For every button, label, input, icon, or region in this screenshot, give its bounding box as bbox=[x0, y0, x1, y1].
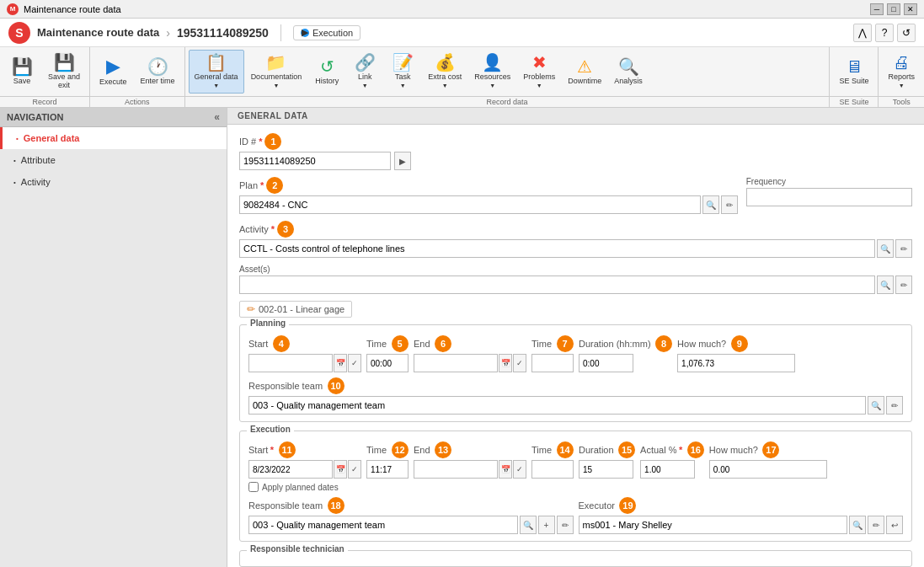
execution-resp-search-button[interactable]: 🔍 bbox=[520, 516, 537, 534]
planning-end-input[interactable] bbox=[414, 354, 498, 372]
asset-badge[interactable]: ✏ 002-01 - Linear gage bbox=[239, 301, 352, 318]
save-exit-button[interactable]: 💾 Save andexit bbox=[42, 50, 86, 94]
required-indicator: * bbox=[260, 180, 264, 190]
planning-howmuch-label: How much? 9 bbox=[677, 335, 795, 352]
activity-search-button[interactable]: 🔍 bbox=[877, 239, 894, 258]
minimize-button[interactable]: ─ bbox=[870, 3, 884, 15]
execution-time-input[interactable] bbox=[366, 460, 409, 479]
downtime-button[interactable]: ⚠ Downtime bbox=[562, 54, 607, 89]
assets-search-button[interactable]: 🔍 bbox=[877, 275, 894, 294]
breadcrumb-separator: › bbox=[166, 26, 170, 40]
general-data-label: General data▼ bbox=[195, 72, 238, 89]
execute-button[interactable]: ▶ Execute bbox=[93, 53, 133, 90]
plan-search-button[interactable]: 🔍 bbox=[702, 195, 719, 214]
execution-end-clear-button[interactable]: ✓ bbox=[513, 460, 526, 479]
circle-14: 14 bbox=[557, 441, 574, 458]
associations-button[interactable]: 🖥 SE Suite bbox=[833, 54, 874, 89]
plan-input[interactable] bbox=[239, 195, 701, 214]
enter-time-icon: 🕐 bbox=[147, 58, 168, 75]
execution-time-end-input[interactable] bbox=[531, 460, 574, 479]
apply-planned-row: Apply planned dates bbox=[248, 482, 903, 492]
id-navigate-button[interactable]: ▶ bbox=[394, 152, 411, 170]
general-data-icon: 📋 bbox=[206, 54, 227, 71]
extra-cost-button[interactable]: 💰 Extra cost▼ bbox=[422, 50, 467, 94]
execution-actual-pct-input[interactable] bbox=[640, 460, 695, 479]
task-label: Task▼ bbox=[395, 72, 411, 89]
general-data-button[interactable]: 📋 General data▼ bbox=[189, 50, 244, 94]
circle-2: 2 bbox=[266, 177, 283, 194]
circle-8: 8 bbox=[655, 335, 672, 352]
resources-button[interactable]: 👤 Resources▼ bbox=[468, 50, 516, 94]
planning-end-calendar-button[interactable]: 📅 bbox=[499, 354, 512, 372]
header-actions: ⋀ ? ↺ bbox=[853, 24, 916, 42]
sidebar-item-general-data[interactable]: • General data bbox=[0, 127, 227, 149]
execution-end-input[interactable] bbox=[414, 460, 498, 479]
help-button[interactable]: ? bbox=[875, 24, 894, 42]
header-bar: S Maintenance route data › 1953111408925… bbox=[0, 19, 924, 47]
close-button[interactable]: ✕ bbox=[904, 3, 917, 15]
planning-duration-input[interactable] bbox=[579, 354, 633, 372]
activity-input[interactable] bbox=[239, 239, 875, 258]
planning-start-calendar-button[interactable]: 📅 bbox=[334, 354, 347, 372]
planning-time-start-input[interactable] bbox=[366, 354, 409, 372]
planning-time-end-input[interactable] bbox=[531, 354, 574, 372]
analysis-button[interactable]: 🔍 Analysis bbox=[608, 54, 649, 89]
app-icon: M bbox=[7, 3, 19, 15]
enter-time-button[interactable]: 🕐 Enter time bbox=[135, 54, 181, 89]
planning-start-clear-button[interactable]: ✓ bbox=[348, 354, 361, 372]
execution-resp-add-button[interactable]: + bbox=[538, 516, 555, 534]
id-input[interactable] bbox=[239, 152, 391, 170]
execution-resp-edit-button[interactable]: ✏ bbox=[557, 516, 574, 534]
circle-11: 11 bbox=[279, 441, 296, 458]
activity-edit-button[interactable]: ✏ bbox=[895, 239, 912, 258]
execution-end-calendar-button[interactable]: 📅 bbox=[499, 460, 512, 479]
assets-input[interactable] bbox=[239, 275, 875, 294]
execution-start-input[interactable] bbox=[248, 460, 333, 479]
collapse-button[interactable]: ⋀ bbox=[853, 24, 872, 42]
maximize-button[interactable]: □ bbox=[887, 3, 900, 15]
plan-edit-button[interactable]: ✏ bbox=[721, 195, 738, 214]
history-button[interactable]: ↺ History bbox=[308, 54, 345, 89]
save-button[interactable]: 💾 Save bbox=[3, 54, 40, 89]
execution-start-clear-button[interactable]: ✓ bbox=[348, 460, 361, 479]
planning-title: Planning bbox=[247, 318, 289, 328]
executor-clear-button[interactable]: ↩ bbox=[886, 516, 903, 534]
executor-input[interactable] bbox=[579, 516, 848, 534]
planning-resp-team-input[interactable] bbox=[248, 396, 866, 415]
planning-resp-search-button[interactable]: 🔍 bbox=[868, 396, 884, 415]
execution-end-input-group: 📅 ✓ bbox=[414, 460, 526, 479]
assets-edit-button[interactable]: ✏ bbox=[895, 275, 912, 294]
planning-howmuch-input[interactable] bbox=[677, 354, 795, 372]
planning-resp-edit-button[interactable]: ✏ bbox=[886, 396, 903, 415]
sidebar-item-activity[interactable]: • Activity bbox=[0, 171, 227, 193]
execution-button[interactable]: ▶ Execution bbox=[293, 25, 361, 40]
execution-howmuch-input[interactable] bbox=[709, 460, 827, 479]
executor-edit-button[interactable]: ✏ bbox=[868, 516, 884, 534]
execution-duration-input[interactable] bbox=[579, 460, 633, 479]
sidebar-collapse-button[interactable]: « bbox=[214, 111, 220, 123]
documentation-label: Documentation▼ bbox=[251, 72, 302, 89]
execution-start-calendar-button[interactable]: 📅 bbox=[334, 460, 347, 479]
reports-button[interactable]: 🖨 Reports▼ bbox=[882, 50, 921, 94]
planning-start-input[interactable] bbox=[248, 354, 333, 372]
refresh-button[interactable]: ↺ bbox=[897, 24, 916, 42]
documentation-button[interactable]: 📁 Documentation▼ bbox=[245, 50, 308, 94]
problems-button[interactable]: ✖ Problems▼ bbox=[517, 50, 561, 94]
record-id: 19531114089250 bbox=[177, 26, 269, 40]
apply-planned-checkbox[interactable] bbox=[248, 482, 259, 492]
execution-resp-team-input[interactable] bbox=[248, 516, 518, 534]
frequency-input[interactable] bbox=[746, 188, 912, 206]
task-button[interactable]: 📝 Task▼ bbox=[384, 50, 421, 94]
executor-search-button[interactable]: 🔍 bbox=[849, 516, 866, 534]
planning-end-clear-button[interactable]: ✓ bbox=[513, 354, 526, 372]
window-controls[interactable]: ─ □ ✕ bbox=[870, 3, 917, 15]
planning-time-start-field: Time 5 bbox=[366, 335, 409, 372]
sidebar-item-attribute[interactable]: • Attribute bbox=[0, 149, 227, 171]
app-name: Maintenance route data bbox=[37, 26, 159, 39]
execution-start-input-group: 📅 ✓ bbox=[248, 460, 361, 479]
asset-badge-label: 002-01 - Linear gage bbox=[259, 304, 344, 314]
link-button[interactable]: 🔗 Link▼ bbox=[346, 50, 383, 94]
reports-label: Reports▼ bbox=[888, 72, 915, 89]
associations-icon: 🖥 bbox=[846, 58, 863, 75]
execution-resp-row: Responsible team 18 🔍 + ✏ Executor bbox=[248, 497, 903, 534]
